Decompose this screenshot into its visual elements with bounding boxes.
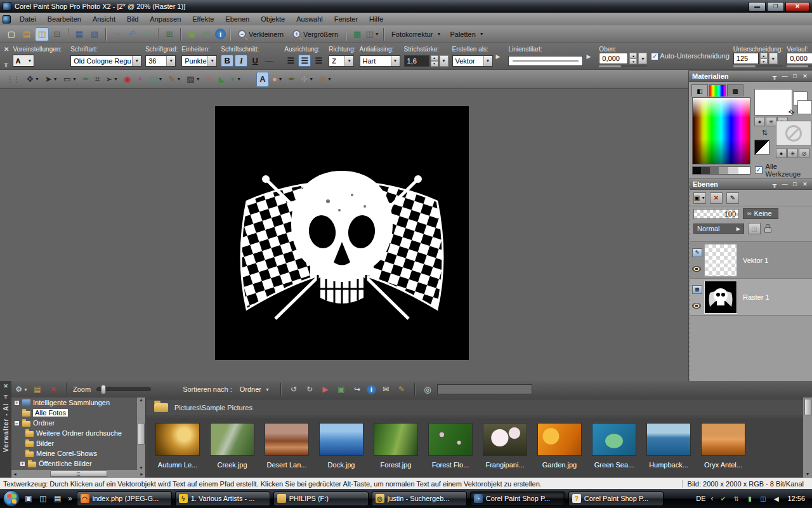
- thumbnail-item[interactable]: Dock.jpg: [319, 423, 363, 478]
- options-pin-icon[interactable]: ╥: [4, 60, 9, 67]
- expand-icon[interactable]: +: [20, 461, 25, 467]
- taskbar-clock[interactable]: 12:56: [787, 495, 805, 502]
- align-left-button[interactable]: ☰: [284, 55, 297, 67]
- fg-color-style-button[interactable]: ●: [754, 117, 765, 126]
- collapse-icon[interactable]: −: [14, 420, 20, 426]
- share-icon[interactable]: ↪: [110, 27, 124, 41]
- scrollbar-thumb[interactable]: [138, 423, 145, 444]
- menu-bild[interactable]: Bild: [121, 14, 144, 24]
- rainbow-tab[interactable]: [709, 84, 726, 97]
- tree-item-weitere-ordner[interactable]: Weitere Ordner durchsuche: [11, 428, 145, 438]
- leading-field[interactable]: 0,000: [599, 53, 628, 64]
- scan-icon[interactable]: ⊟: [50, 27, 64, 41]
- materials-close-icon[interactable]: ✕: [801, 73, 809, 79]
- new-icon[interactable]: ▢: [4, 27, 18, 41]
- battery-icon[interactable]: ▮: [745, 494, 754, 503]
- options-overflow-icon[interactable]: ▶: [495, 53, 502, 60]
- crop-tool[interactable]: ⌗: [93, 72, 102, 87]
- layers-close-icon[interactable]: ✕: [801, 181, 809, 187]
- pen-tool[interactable]: ✒: [285, 72, 298, 87]
- leading-slider-button[interactable]: ▼: [638, 53, 647, 64]
- black-white-swatch[interactable]: [754, 140, 769, 155]
- save-as-icon[interactable]: ▧: [88, 27, 102, 41]
- strikethrough-button[interactable]: —: [263, 55, 275, 67]
- image-canvas[interactable]: [215, 106, 469, 360]
- tray-expand-icon[interactable]: ‹: [710, 494, 713, 503]
- text-tool[interactable]: A: [256, 72, 268, 87]
- show-desktop-icon[interactable]: ▣: [23, 493, 34, 504]
- new-tray-icon[interactable]: ▤: [31, 384, 44, 395]
- scrollbar-thumb[interactable]: ☰: [50, 471, 107, 477]
- swatches-tab[interactable]: ▩: [727, 84, 743, 97]
- tree-item-bilder[interactable]: Bilder: [11, 438, 145, 448]
- thumbnail-image[interactable]: [265, 423, 309, 456]
- underline-button[interactable]: U: [249, 55, 261, 67]
- thumbnail-item[interactable]: Forest Flo...: [428, 423, 473, 478]
- kerning-slider-button[interactable]: ▼: [769, 53, 778, 64]
- background-color-swatch-2[interactable]: [797, 100, 812, 114]
- organizer-pin-icon[interactable]: ╥: [4, 392, 8, 398]
- language-indicator[interactable]: DE: [696, 495, 705, 502]
- update-arrows-icon[interactable]: ⇅: [731, 494, 741, 503]
- copy-special-icon[interactable]: ◫▼: [365, 27, 379, 41]
- organizer-close-icon[interactable]: ✕: [3, 383, 8, 389]
- network-icon[interactable]: ◫: [758, 494, 768, 503]
- thumbnail-item[interactable]: Green Sea...: [592, 423, 636, 478]
- bg-color-style-button[interactable]: ●: [776, 149, 787, 158]
- lighten-darken-tool[interactable]: ▨▼: [184, 72, 202, 87]
- scrollbar-thumb[interactable]: [804, 399, 811, 415]
- photo-fix-menu[interactable]: Fotokorrektur▼: [387, 29, 445, 39]
- close-button[interactable]: ✕: [785, 2, 809, 11]
- tag-icon[interactable]: ✎: [395, 384, 408, 395]
- thumbnail-image[interactable]: [592, 423, 636, 456]
- info-icon[interactable]: i: [215, 29, 226, 39]
- title-bar[interactable]: Corel Paint Shop Pro Photo X2 - [2* @ 20…: [0, 0, 812, 13]
- organizer-search-input[interactable]: [437, 384, 532, 394]
- stroke-width-field[interactable]: 1,6: [404, 55, 429, 67]
- all-tools-row[interactable]: ✓ Alle Werkzeuge: [755, 163, 812, 178]
- quick-review-icon[interactable]: ▣: [335, 384, 348, 395]
- thumbnail-image[interactable]: [701, 423, 745, 456]
- palettes-menu[interactable]: Paletten▼: [445, 29, 488, 39]
- options-close-icon[interactable]: ✕: [4, 46, 9, 53]
- menu-datei[interactable]: Datei: [14, 14, 42, 24]
- taskbar-button-justin[interactable]: ◎ justin - Suchergeb...: [372, 491, 467, 506]
- stroke-width-slider-button[interactable]: ▼: [440, 55, 449, 67]
- layer-link-button[interactable]: ∞Keine: [743, 208, 778, 219]
- thumbnail-item[interactable]: Frangipani...: [483, 423, 527, 478]
- tree-vertical-scrollbar[interactable]: ▲▼: [137, 398, 145, 470]
- thumbnail-image[interactable]: [155, 423, 200, 456]
- layer-opacity-field[interactable]: 100: [693, 209, 739, 219]
- frame-tab[interactable]: ◧: [691, 84, 708, 97]
- volume-icon[interactable]: ◀: [771, 494, 781, 503]
- blend-mode-dropdown[interactable]: Normal▶: [693, 224, 744, 234]
- print-layout-icon[interactable]: ▣: [185, 27, 199, 41]
- redo-icon[interactable]: ↷: [140, 27, 154, 41]
- taskbar-button-psp-active[interactable]: ◔ Corel Paint Shop P...: [470, 491, 565, 506]
- presets-dropdown[interactable]: A▼: [13, 55, 34, 67]
- thumbnail-image[interactable]: [374, 423, 418, 456]
- zoom-out-button[interactable]: −Verkleinern: [233, 29, 288, 39]
- font-size-dropdown[interactable]: 36▼: [145, 55, 176, 67]
- layers-pin-icon[interactable]: ╥: [771, 181, 778, 187]
- tree-item-corel-shows[interactable]: Meine Corel-Shows: [11, 448, 145, 458]
- bg-null-style-button[interactable]: ⊘: [799, 149, 809, 158]
- tracking-field[interactable]: 0,000: [787, 53, 812, 64]
- auto-kerning-checkbox[interactable]: ✓: [651, 53, 658, 60]
- vector-pick-tool[interactable]: ➢▼: [103, 72, 121, 87]
- align-right-button[interactable]: ☰: [312, 55, 325, 67]
- expand-icon[interactable]: +: [14, 400, 20, 406]
- thumbnail-item[interactable]: Desert Lan...: [265, 423, 309, 478]
- pan-tool[interactable]: ✥▼: [24, 72, 42, 87]
- thumbnail-image[interactable]: [428, 423, 473, 456]
- auto-kerning-row[interactable]: ✓ Auto-Unterschneidung: [651, 50, 729, 62]
- save-icon[interactable]: ▦: [72, 27, 86, 41]
- start-button[interactable]: [3, 490, 20, 507]
- preset-shape-tool[interactable]: ●▼: [270, 72, 285, 87]
- thumbnail-item[interactable]: Creek.jpg: [210, 423, 254, 478]
- flood-fill-tool[interactable]: ◣: [216, 72, 227, 87]
- thumbnail-item[interactable]: Oryx Antel...: [701, 423, 745, 478]
- zoom-slider-thumb[interactable]: [101, 385, 106, 394]
- taskbar-button-psp-help[interactable]: ? Corel Paint Shop P...: [568, 491, 664, 506]
- swap-materials-icon[interactable]: ⇄: [761, 130, 769, 135]
